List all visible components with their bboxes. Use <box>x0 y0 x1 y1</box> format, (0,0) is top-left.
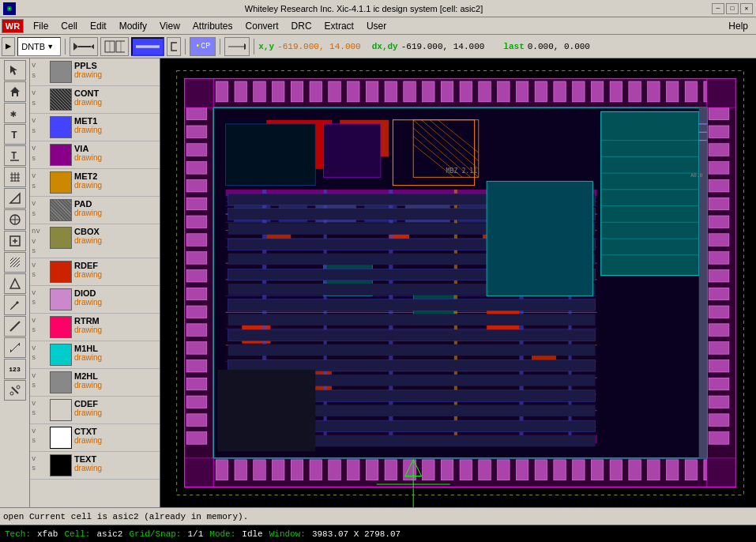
layer-name: RDEF <box>74 261 102 270</box>
menu-user[interactable]: User <box>360 19 393 33</box>
arrow-right-btn[interactable] <box>224 37 250 56</box>
svg-rect-230 <box>709 306 729 318</box>
layer-swatch-diod <box>50 288 72 311</box>
layer-item-m2hl[interactable]: vsM2HLdrawing <box>30 369 160 397</box>
play-button[interactable]: ▶ <box>2 37 15 56</box>
layer-name: CONT <box>74 88 102 98</box>
grid-tool[interactable] <box>4 167 26 187</box>
layer-name: TEXT <box>74 454 102 464</box>
maximize-button[interactable]: □ <box>726 3 739 14</box>
svg-rect-153 <box>366 81 378 102</box>
layer-item-ctxt[interactable]: vsCTXTdrawing <box>30 424 160 452</box>
star-tool[interactable]: ✱ <box>4 103 26 123</box>
menu-edit[interactable]: Edit <box>84 19 113 33</box>
svg-line-35 <box>17 264 20 267</box>
svg-marker-1 <box>91 43 94 51</box>
svg-rect-162 <box>535 81 547 102</box>
hatch-tool[interactable] <box>4 252 26 273</box>
layer-swatch-m2hl <box>50 371 72 393</box>
layer-type: drawing <box>74 326 102 334</box>
tech-value: xfab <box>37 529 58 539</box>
svg-marker-11 <box>244 43 246 50</box>
layer-item-cdef[interactable]: vsCDEFdrawing <box>30 397 160 424</box>
svg-rect-151 <box>329 81 340 102</box>
svg-rect-135 <box>228 314 596 326</box>
number-tool[interactable]: 123 <box>4 359 26 379</box>
pencil-tool[interactable] <box>4 295 26 315</box>
svg-text:MBZ 2.11: MBZ 2.11 <box>446 167 478 175</box>
svg-rect-178 <box>310 460 322 480</box>
grid-button[interactable] <box>100 37 129 56</box>
menu-help[interactable]: Help <box>722 19 754 33</box>
text-tool[interactable]: T <box>4 124 26 145</box>
layer-item-cbox[interactable]: nvvsCBOXdrawing <box>30 224 160 258</box>
small-square-btn[interactable] <box>167 37 181 56</box>
svg-marker-0 <box>73 43 78 51</box>
text-underline-tool[interactable]: T <box>4 145 26 166</box>
menu-attributes[interactable]: Attributes <box>186 19 239 33</box>
layer-swatch-ctxt <box>50 427 72 449</box>
line-tool[interactable] <box>4 316 26 337</box>
svg-rect-159 <box>479 81 491 102</box>
menu-drc[interactable]: DRC <box>285 19 318 33</box>
canvas-area[interactable]: MBZ 2.11 A0.0 <box>160 58 756 507</box>
infobar: Tech: xfab Cell: asic2 Grid/Snap: 1/1 Mo… <box>0 525 756 542</box>
close-button[interactable]: ✕ <box>740 3 753 14</box>
home-tool[interactable] <box>4 81 26 102</box>
svg-text:✱: ✱ <box>10 108 17 119</box>
ic-design-canvas[interactable]: MBZ 2.11 A0.0 <box>160 58 756 507</box>
add-box-tool[interactable] <box>4 231 26 251</box>
svg-marker-12 <box>10 66 17 75</box>
select-tool[interactable] <box>4 60 26 81</box>
grid-label: Grid/Snap: <box>129 529 181 539</box>
nav-arrows-button[interactable] <box>70 37 98 56</box>
layer-item-rdef[interactable]: vsRDEFdrawing <box>30 258 160 286</box>
display-btn[interactable] <box>131 37 164 56</box>
window-label: Window: <box>269 529 306 539</box>
svg-rect-160 <box>498 81 510 102</box>
layer-type: drawing <box>74 209 102 217</box>
corner-tool[interactable] <box>4 188 26 209</box>
svg-rect-149 <box>291 81 303 102</box>
layer-item-via[interactable]: vsVIAdrawing <box>30 141 160 169</box>
menu-file[interactable]: File <box>27 19 55 33</box>
layer-item-rtrm[interactable]: vsRTRMdrawing <box>30 314 160 341</box>
svg-line-34 <box>13 261 20 267</box>
minimize-button[interactable]: ─ <box>712 3 724 14</box>
menu-convert[interactable]: Convert <box>239 19 285 33</box>
layer-item-m1hl[interactable]: vsM1HLdrawing <box>30 341 160 369</box>
layer-name: M2HL <box>74 371 102 381</box>
svg-rect-209 <box>186 269 207 282</box>
cut-tool[interactable] <box>4 380 26 401</box>
layer-item-met1[interactable]: vsMET1drawing <box>30 114 160 141</box>
svg-rect-189 <box>516 460 528 480</box>
layer-dropdown[interactable]: DNTB ▼ <box>17 37 61 56</box>
svg-rect-191 <box>554 460 566 480</box>
layer-item-ppls[interactable]: vsPPLSdrawing <box>30 58 160 86</box>
menu-view[interactable]: View <box>153 19 186 33</box>
measure-tool[interactable] <box>4 337 26 358</box>
layer-item-text[interactable]: vsTEXTdrawing <box>30 452 160 480</box>
svg-marker-13 <box>10 87 20 96</box>
svg-rect-223 <box>709 179 729 192</box>
layer-item-diod[interactable]: vsDIODdrawing <box>30 286 160 314</box>
svg-rect-198 <box>685 460 697 480</box>
svg-rect-177 <box>291 460 303 480</box>
layer-item-pad[interactable]: vsPADdrawing <box>30 197 160 224</box>
svg-rect-194 <box>610 460 622 480</box>
menu-cell[interactable]: Cell <box>55 19 84 33</box>
layer-type: drawing <box>74 153 102 162</box>
layer-item-cont[interactable]: vsCONTdrawing <box>30 86 160 114</box>
layer-panel: vsPPLSdrawingvsCONTdrawingvsMET1drawingv… <box>30 58 160 507</box>
svg-rect-184 <box>423 460 434 480</box>
layer-name: DIOD <box>74 288 102 298</box>
layer-name: M1HL <box>74 344 102 353</box>
triangle-tool[interactable] <box>4 273 26 294</box>
svg-rect-228 <box>709 269 729 282</box>
layer-item-met2[interactable]: vsMET2drawing <box>30 169 160 197</box>
cross-tool[interactable] <box>4 209 26 230</box>
svg-rect-217 <box>186 414 207 427</box>
cp-button[interactable]: •CP <box>190 37 216 56</box>
menu-modify[interactable]: Modify <box>113 19 153 33</box>
menu-extract[interactable]: Extract <box>318 19 360 33</box>
